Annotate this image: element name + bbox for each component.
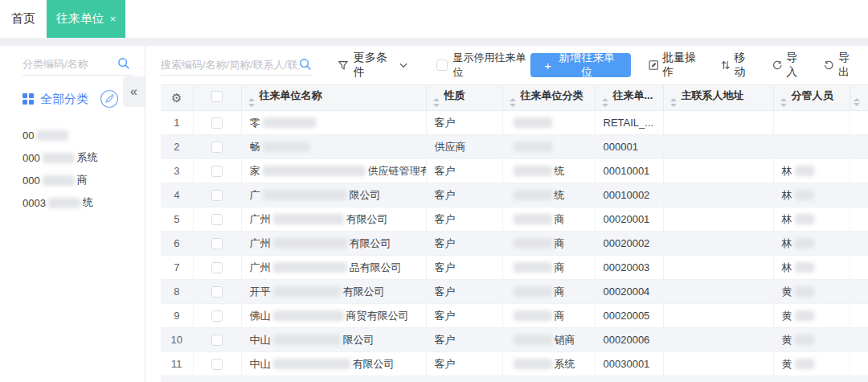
search-icon[interactable] <box>299 58 312 71</box>
table-row[interactable]: 8开平有限公司客户商00020004黄 <box>161 280 868 304</box>
batch-actions-button[interactable]: 批量操作 <box>649 51 703 80</box>
sort-icon[interactable] <box>602 98 608 107</box>
column-settings-gear-icon[interactable]: ⚙ <box>171 91 182 105</box>
import-label: 导入 <box>786 51 806 80</box>
edit-category-icon[interactable] <box>100 89 119 109</box>
sort-icon[interactable] <box>780 98 787 107</box>
partner-manager: 林 <box>773 207 850 232</box>
partner-name-text: 限公司 <box>343 334 375 346</box>
table-row[interactable]: 3家供应链管理有限公司东...客户统00010001林 <box>161 159 868 183</box>
partner-name-text: 广州 <box>250 213 271 225</box>
manager-name-text: 林 <box>782 213 792 225</box>
extra-cell <box>850 135 868 159</box>
category-name: 系统 <box>77 150 98 165</box>
collapse-sidebar-icon[interactable]: « <box>123 76 145 107</box>
table-row[interactable]: 11中山有限公司客户系统00030001黄 <box>161 352 868 376</box>
export-button[interactable]: 导出 <box>824 51 858 80</box>
partner-name-text: 有限公司 <box>353 358 395 370</box>
move-button[interactable]: 移动 <box>721 51 755 80</box>
partner-search-input[interactable] <box>161 59 299 71</box>
redacted-text <box>514 286 552 297</box>
all-categories-label: 全部分类 <box>40 92 88 107</box>
extra-cell <box>850 328 868 352</box>
row-checkbox[interactable] <box>211 214 223 225</box>
row-checkbox[interactable] <box>211 142 223 153</box>
partner-name: 开平有限公司 <box>241 280 426 304</box>
table-row[interactable]: 9佛山商贸有限公司客户商00020005黄 <box>161 304 868 328</box>
close-tab-icon[interactable]: × <box>110 13 117 25</box>
table-row[interactable]: 4广限公司客户统00010002林 <box>161 183 868 207</box>
partner-name: 广州品有限公司 <box>241 256 426 280</box>
redacted-text <box>514 335 552 345</box>
sort-icon[interactable] <box>854 98 860 107</box>
row-index: 1 <box>161 111 193 135</box>
row-index: 9 <box>161 304 193 328</box>
col-header-category[interactable]: 往来单位分类 <box>502 85 595 111</box>
search-icon[interactable] <box>117 57 130 70</box>
partner-name: 佛山商贸有限公司 <box>241 304 426 328</box>
sort-icon[interactable] <box>248 98 255 107</box>
show-disabled-toggle[interactable]: 显示停用往来单位 <box>436 51 530 80</box>
main-panel: 更多条件 显示停用往来单位 + 新增往来单位 <box>145 46 868 382</box>
sidebar-category-item-3[interactable]: 0003统 <box>23 191 145 214</box>
redacted-text <box>795 166 814 176</box>
redacted-text <box>263 142 309 152</box>
partner-category-text: 系统 <box>555 358 575 370</box>
table-row[interactable]: 6广州有限公司客户商00020002林 <box>161 232 868 256</box>
partner-name: 广州有限公司 <box>241 207 426 232</box>
partner-nature: 客户 <box>426 280 502 304</box>
chevron-down-icon <box>399 63 407 68</box>
sidebar-category-item-2[interactable]: 000商 <box>23 169 145 191</box>
redacted-text <box>273 335 341 345</box>
extra-cell <box>850 111 868 135</box>
sort-icon[interactable] <box>433 98 440 107</box>
row-checkbox[interactable] <box>211 310 223 322</box>
partner-code: 00020005 <box>595 304 663 328</box>
col-header-manager[interactable]: 分管人员 <box>773 85 850 111</box>
tab-partners[interactable]: 往来单位 × <box>47 0 125 38</box>
row-checkbox[interactable] <box>211 166 223 177</box>
sort-icon[interactable] <box>670 98 677 107</box>
col-header-code[interactable]: 往来单... <box>595 85 663 111</box>
col-header-address[interactable]: 主联系人地址 <box>663 85 773 111</box>
extra-cell <box>850 304 868 328</box>
select-all-checkbox[interactable] <box>211 91 223 102</box>
table-row[interactable]: 2畅供应商000001 <box>161 135 868 159</box>
partner-name-text: 零 <box>250 117 260 129</box>
row-checkbox[interactable] <box>211 359 223 370</box>
partner-nature: 客户 <box>426 159 502 183</box>
col-header-nature[interactable]: 性质 <box>426 85 502 111</box>
col-header-name[interactable]: 往来单位名称 <box>241 85 426 111</box>
partner-nature: 客户 <box>426 207 502 232</box>
import-button[interactable]: 导入 <box>772 51 807 80</box>
row-checkbox-cell <box>193 352 241 376</box>
sort-icon[interactable] <box>510 98 516 107</box>
table-row[interactable]: 10中山限公司客户销商00020006黄 <box>161 328 868 352</box>
table-header-row: ⚙ 往来单位名称 性质 往来单位分类 往来单... 主联系人地址 分管人员 <box>161 85 868 111</box>
row-checkbox[interactable] <box>211 286 223 298</box>
partner-code: 000001 <box>595 135 663 159</box>
partner-category-text: 商 <box>555 285 565 298</box>
show-disabled-checkbox[interactable] <box>436 60 447 71</box>
category-sidebar: 全部分类 « 00 000系统000商0003统 <box>0 46 145 382</box>
partner-name-text: 家 <box>250 165 260 177</box>
sidebar-category-item-1[interactable]: 000系统 <box>23 146 145 169</box>
add-partner-button[interactable]: + 新增往来单位 <box>530 53 631 77</box>
partner-name-text: 品有限公司 <box>350 261 402 273</box>
sidebar-category-item-0[interactable]: 00 <box>23 124 145 146</box>
row-checkbox[interactable] <box>211 117 223 129</box>
category-search-input[interactable] <box>23 58 117 70</box>
row-checkbox[interactable] <box>211 335 223 346</box>
row-checkbox[interactable] <box>211 262 223 273</box>
tab-home[interactable]: 首页 <box>0 0 47 38</box>
table-row[interactable]: 1零客户RETAIL_... <box>161 111 868 135</box>
table-row[interactable]: 5广州有限公司客户商00020001林 <box>161 207 868 232</box>
row-index: 8 <box>161 280 193 304</box>
row-checkbox[interactable] <box>211 190 223 201</box>
row-checkbox[interactable] <box>211 238 223 249</box>
col-header-extra[interactable] <box>850 85 868 111</box>
more-filters-button[interactable]: 更多条件 <box>338 51 412 80</box>
redacted-text <box>514 238 552 249</box>
partner-name-text: 商贸有限公司 <box>346 310 409 322</box>
table-row[interactable]: 7广州品有限公司客户商00020003林 <box>161 256 868 280</box>
